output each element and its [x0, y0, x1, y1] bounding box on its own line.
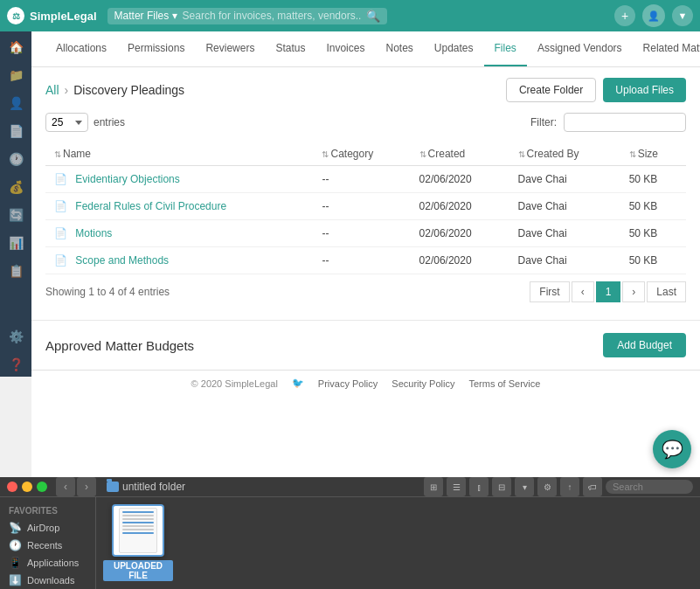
action-icon[interactable]: ⚙	[537, 477, 557, 496]
finder-item-airdrop[interactable]: 📡 AirDrop	[0, 519, 95, 537]
sidebar-icon-docs[interactable]: 📄	[3, 119, 28, 143]
tab-status[interactable]: Status	[265, 31, 315, 66]
table-row: 📄 Evidentiary Objections -- 02/06/2020 D…	[45, 166, 686, 193]
terms-link[interactable]: Terms of Service	[468, 378, 540, 389]
sidebar-icon-money[interactable]: 💰	[3, 175, 28, 199]
app-name: SimpleLegal	[30, 10, 97, 23]
filter-input[interactable]	[564, 113, 686, 132]
pagination-buttons: First ‹ 1 › Last	[530, 281, 686, 302]
maximize-button[interactable]	[37, 482, 47, 492]
uploaded-file-item[interactable]: UPLOADED FILE	[103, 504, 173, 581]
file-name-link[interactable]: Motions	[75, 227, 112, 239]
sidebar-icon-folder[interactable]: 📁	[3, 63, 28, 87]
sidebar-icon-clipboard[interactable]: 📋	[3, 259, 28, 283]
create-folder-button[interactable]: Create Folder	[506, 78, 596, 102]
close-button[interactable]	[7, 482, 17, 492]
page-last[interactable]: Last	[647, 281, 686, 302]
nav-tabs: Allocations Permissions Reviewers Status…	[31, 31, 700, 67]
table-row: 📄 Federal Rules of Civil Procedure -- 02…	[45, 193, 686, 220]
tab-updates[interactable]: Updates	[424, 31, 484, 66]
page-prev[interactable]: ‹	[572, 281, 594, 302]
recents-label: Recents	[27, 540, 62, 551]
tab-assigned-vendors[interactable]: Assigned Vendors	[527, 31, 633, 66]
entries-dropdown[interactable]: 25 50 100	[45, 113, 88, 132]
file-created-by-cell: Dave Chai	[509, 247, 620, 274]
file-name-cell: 📄 Federal Rules of Civil Procedure	[45, 193, 313, 220]
page-first[interactable]: First	[530, 281, 569, 302]
view-options[interactable]: ▾	[515, 477, 534, 496]
table-row: 📄 Scope and Methods -- 02/06/2020 Dave C…	[45, 247, 686, 274]
forward-arrow[interactable]: ›	[77, 477, 96, 496]
file-name-link[interactable]: Federal Rules of Civil Procedure	[75, 200, 226, 212]
tab-allocations[interactable]: Allocations	[45, 31, 117, 66]
col-created-by[interactable]: ⇅Created By	[509, 142, 620, 166]
sidebar-icon-help[interactable]: ❓	[3, 352, 28, 377]
file-size-cell: 50 KB	[620, 166, 686, 193]
search-dropdown[interactable]: Matter Files ▾	[114, 10, 177, 22]
tag-icon[interactable]: 🏷	[583, 477, 602, 496]
view-icon-grid[interactable]: ⊞	[424, 477, 443, 496]
sidebar-icon-home[interactable]: 🏠	[3, 35, 28, 59]
col-category[interactable]: ⇅Category	[313, 142, 410, 166]
sidebar-icon-chart[interactable]: 📊	[3, 231, 28, 255]
breadcrumb-all[interactable]: All	[45, 83, 59, 97]
tab-invoices[interactable]: Invoices	[315, 31, 375, 66]
share-icon[interactable]: ↑	[560, 477, 579, 496]
finder-title: untitled folder	[107, 481, 185, 493]
sidebar-icon-refresh[interactable]: 🔄	[3, 203, 28, 227]
file-name-link[interactable]: Scope and Methods	[75, 254, 169, 267]
file-size-cell: 50 KB	[620, 193, 686, 220]
breadcrumb-actions: Create Folder Upload Files	[506, 78, 686, 102]
col-created[interactable]: ⇅Created	[411, 142, 509, 166]
file-created-cell: 02/06/2020	[411, 166, 509, 193]
finder-item-downloads[interactable]: ⬇️ Downloads	[0, 572, 95, 589]
file-name-link[interactable]: Evidentiary Objections	[75, 173, 179, 185]
doc-line-7	[122, 532, 154, 534]
airdrop-icon: 📡	[9, 522, 22, 534]
finder-toolbar: ‹ › untitled folder ⊞ ☰ ⫿ ⊟ ▾ ⚙ ↑ 🏷	[0, 477, 700, 497]
security-link[interactable]: Security Policy	[392, 378, 454, 389]
tab-notes[interactable]: Notes	[375, 31, 423, 66]
chat-button[interactable]: 💬	[653, 430, 691, 468]
col-name[interactable]: ⇅Name	[45, 142, 313, 166]
footer: © 2020 SimpleLegal 🐦 Privacy Policy Secu…	[31, 370, 700, 396]
settings-icon[interactable]: ▼	[672, 5, 693, 26]
finder-item-applications[interactable]: 📱 Applications	[0, 554, 95, 572]
user-avatar[interactable]: 👤	[642, 4, 665, 27]
tab-related-matters[interactable]: Related Matters	[633, 31, 700, 66]
file-icon: 📄	[54, 254, 67, 267]
sidebar-icon-users[interactable]: 👤	[3, 91, 28, 115]
file-icon: 📄	[54, 173, 67, 185]
finder-item-recents[interactable]: 🕐 Recents	[0, 537, 95, 554]
add-budget-button[interactable]: Add Budget	[603, 333, 686, 357]
tab-permissions[interactable]: Permissions	[117, 31, 195, 66]
twitter-icon[interactable]: 🐦	[292, 378, 304, 389]
tab-reviewers[interactable]: Reviewers	[195, 31, 265, 66]
back-arrow[interactable]: ‹	[56, 477, 75, 496]
add-button[interactable]: +	[614, 5, 635, 26]
sidebar-icon-clock[interactable]: 🕐	[3, 147, 28, 171]
applications-label: Applications	[27, 558, 79, 568]
file-name-cell: 📄 Motions	[45, 220, 313, 247]
doc-line-4	[122, 522, 154, 523]
col-size[interactable]: ⇅Size	[620, 142, 686, 166]
logo: ⚖ SimpleLegal	[7, 7, 97, 24]
file-category-cell: --	[313, 166, 410, 193]
page-1[interactable]: 1	[596, 281, 621, 302]
view-icon-columns[interactable]: ⫿	[469, 477, 489, 496]
finder-search[interactable]	[606, 480, 693, 494]
view-icon-list[interactable]: ☰	[447, 477, 466, 496]
content-area: Allocations Permissions Reviewers Status…	[31, 31, 700, 477]
minimize-button[interactable]	[22, 482, 32, 492]
search-input[interactable]	[183, 10, 361, 22]
search-bar[interactable]: Matter Files ▾ 🔍	[107, 8, 387, 24]
sidebar-icon-settings[interactable]: ⚙️	[3, 324, 28, 349]
page-next[interactable]: ›	[622, 281, 645, 302]
breadcrumb: All › Discovery Pleadings	[45, 83, 184, 97]
upload-files-button[interactable]: Upload Files	[603, 78, 686, 102]
view-icon-gallery[interactable]: ⊟	[492, 477, 511, 496]
search-icon[interactable]: 🔍	[366, 10, 380, 23]
privacy-link[interactable]: Privacy Policy	[318, 378, 378, 389]
downloads-icon: ⬇️	[9, 574, 22, 586]
tab-files[interactable]: Files	[484, 31, 527, 66]
